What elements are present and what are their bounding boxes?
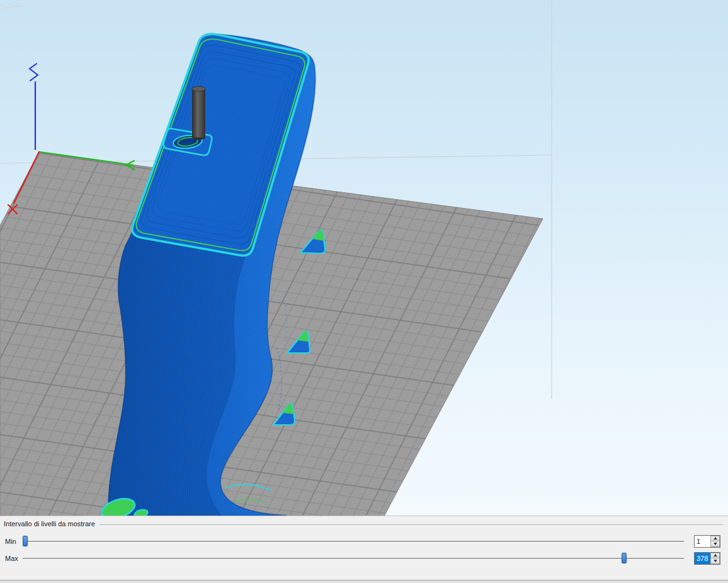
viewport-canvas[interactable] <box>0 0 728 516</box>
min-layer-slider[interactable] <box>23 535 684 548</box>
layer-range-group-header: Intervallo di livelli da mostrare <box>4 519 723 528</box>
spin-down-icon <box>714 560 717 562</box>
layer-range-title: Intervallo di livelli da mostrare <box>4 520 95 528</box>
max-spin-buttons <box>710 553 720 564</box>
max-slider-handle[interactable] <box>622 553 627 563</box>
support-pole <box>192 86 205 140</box>
min-slider-handle[interactable] <box>23 536 28 546</box>
spin-up-icon <box>714 537 717 540</box>
max-spin-down-button[interactable] <box>710 558 720 564</box>
max-layer-value[interactable]: 378 <box>695 553 710 564</box>
spin-down-icon <box>714 543 717 545</box>
max-slider-track[interactable] <box>23 558 684 559</box>
min-slider-track[interactable] <box>23 541 684 542</box>
min-layer-value[interactable]: 1 <box>695 536 710 547</box>
min-layer-row: Min 1 <box>0 533 728 550</box>
axis-z-icon <box>30 64 38 149</box>
layer-range-panel: Intervallo di livelli da mostrare Min 1 … <box>0 516 728 583</box>
max-spin-up-button[interactable] <box>710 553 720 559</box>
max-layer-row: Max 378 <box>0 550 728 567</box>
min-spin-down-button[interactable] <box>710 541 720 547</box>
spin-up-icon <box>714 554 717 557</box>
max-layer-slider[interactable] <box>23 552 684 565</box>
max-label: Max <box>5 555 23 562</box>
min-spin-buttons <box>710 536 720 547</box>
preview-3d-viewport[interactable] <box>0 0 728 516</box>
max-layer-spinbox[interactable]: 378 <box>694 552 720 565</box>
min-spin-up-button[interactable] <box>710 536 720 542</box>
min-layer-spinbox[interactable]: 1 <box>694 535 720 548</box>
min-label: Min <box>5 538 23 545</box>
group-divider-line <box>100 524 723 525</box>
window-bottom-edge <box>0 580 728 583</box>
